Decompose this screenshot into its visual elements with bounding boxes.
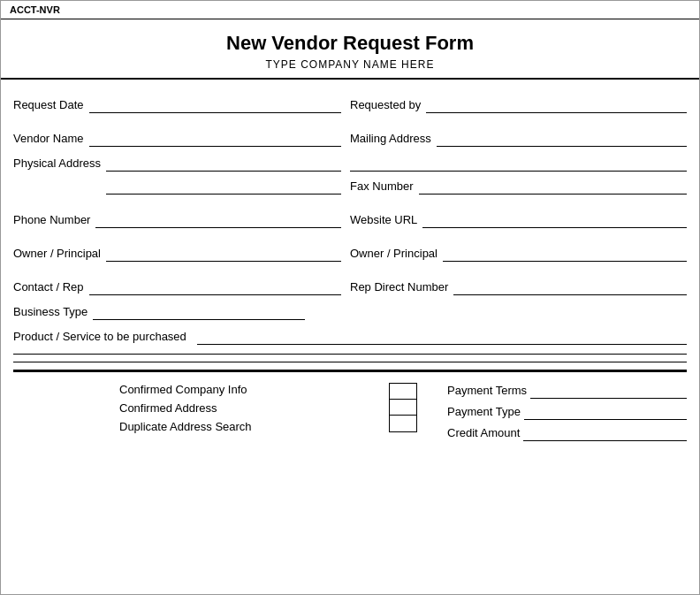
- owner-principal-row: Owner / Principal Owner / Principal: [13, 237, 687, 262]
- physical-address-right: Fax Number: [350, 156, 687, 195]
- checkbox-3[interactable]: [390, 416, 416, 431]
- requested-by-col: Requested by: [350, 97, 687, 113]
- contact-rep-label: Contact / Rep: [13, 280, 84, 295]
- vendor-name-label: Vendor Name: [13, 132, 84, 147]
- credit-amount-row: Credit Amount: [447, 425, 687, 441]
- request-date-col: Request Date: [13, 97, 350, 113]
- top-bar: ACCT-NVR: [1, 1, 699, 19]
- phone-number-col: Phone Number: [13, 212, 350, 228]
- vendor-name-col: Vendor Name: [13, 131, 350, 147]
- rep-direct-number-label: Rep Direct Number: [350, 280, 448, 295]
- mailing-address-col: Mailing Address: [350, 131, 687, 147]
- physical-address-left: Physical Address Physical Address: [13, 156, 350, 195]
- business-type-input[interactable]: [93, 304, 305, 320]
- requested-by-label: Requested by: [350, 98, 421, 113]
- fax-number-label: Fax Number: [350, 179, 414, 195]
- footer-left: Confirmed Company Info Confirmed Address…: [13, 383, 359, 433]
- payment-type-row: Payment Type: [447, 404, 687, 420]
- payment-type-input[interactable]: [524, 404, 687, 420]
- form-header: New Vendor Request Form TYPE COMPANY NAM…: [1, 19, 699, 80]
- duplicate-search-label: Duplicate Address Search: [119, 420, 359, 433]
- phone-number-row: Phone Number Website URL: [13, 203, 687, 228]
- checkbox-2[interactable]: [390, 400, 416, 416]
- form-title: New Vendor Request Form: [1, 32, 699, 55]
- confirmed-address-label: Confirmed Address: [119, 401, 359, 415]
- phone-number-label: Phone Number: [13, 213, 90, 228]
- rep-direct-number-col: Rep Direct Number: [350, 279, 687, 295]
- requested-by-input[interactable]: [426, 97, 687, 113]
- form-body: Request Date Requested by Vendor Name Ma…: [1, 80, 699, 345]
- credit-amount-label: Credit Amount: [447, 426, 520, 441]
- vendor-name-input[interactable]: [89, 131, 342, 147]
- divider-thick: [13, 370, 687, 372]
- request-date-label: Request Date: [13, 98, 84, 113]
- divider-1: [13, 354, 687, 355]
- page: ACCT-NVR New Vendor Request Form TYPE CO…: [0, 0, 700, 595]
- checkbox-1[interactable]: [390, 384, 416, 400]
- acct-label: ACCT-NVR: [10, 4, 60, 15]
- website-url-col: Website URL: [350, 212, 687, 228]
- product-service-label: Product / Service to be purchased: [13, 330, 186, 345]
- physical-address-input-2[interactable]: [106, 179, 341, 195]
- fax-number-input[interactable]: [419, 179, 687, 195]
- business-type-label: Business Type: [13, 305, 88, 320]
- payment-terms-label: Payment Terms: [447, 384, 527, 399]
- footer: Confirmed Company Info Confirmed Address…: [1, 374, 699, 450]
- vendor-name-row: Vendor Name Mailing Address: [13, 122, 687, 147]
- mailing-address-input-2[interactable]: [350, 156, 687, 172]
- footer-checkboxes: [377, 383, 430, 432]
- physical-address-input-1[interactable]: [106, 156, 341, 172]
- footer-right: Payment Terms Payment Type Credit Amount: [447, 383, 687, 441]
- owner-principal-left-col: Owner / Principal: [13, 246, 350, 262]
- physical-address-label: Physical Address: [13, 156, 101, 172]
- product-service-row: Product / Service to be purchased: [13, 329, 687, 345]
- rep-direct-number-input[interactable]: [453, 279, 687, 295]
- business-type-row: Business Type: [13, 304, 687, 320]
- phone-number-input[interactable]: [95, 212, 341, 228]
- contact-rep-row: Contact / Rep Rep Direct Number: [13, 271, 687, 295]
- website-url-label: Website URL: [350, 213, 417, 228]
- credit-amount-input[interactable]: [523, 425, 687, 441]
- divider-2: [13, 362, 687, 362]
- payment-terms-input[interactable]: [530, 383, 687, 399]
- contact-rep-col: Contact / Rep: [13, 279, 350, 295]
- physical-address-row: Physical Address Physical Address Fax Nu…: [13, 156, 687, 195]
- confirmed-company-label: Confirmed Company Info: [119, 383, 359, 396]
- payment-terms-row: Payment Terms: [447, 383, 687, 399]
- website-url-input[interactable]: [422, 212, 687, 228]
- payment-type-label: Payment Type: [447, 405, 521, 420]
- request-date-input[interactable]: [89, 97, 342, 113]
- owner-principal-label-2: Owner / Principal: [350, 247, 438, 262]
- owner-principal-input-2[interactable]: [443, 246, 687, 262]
- checkbox-group: [389, 383, 417, 432]
- physical-label-line: Physical Address: [13, 156, 350, 172]
- request-date-row: Request Date Requested by: [13, 88, 687, 113]
- owner-principal-label-1: Owner / Principal: [13, 247, 101, 262]
- product-service-input[interactable]: [197, 329, 687, 345]
- contact-rep-input[interactable]: [89, 279, 342, 295]
- owner-principal-right-col: Owner / Principal: [350, 246, 687, 262]
- fax-number-row: Fax Number: [350, 179, 687, 195]
- company-name-placeholder: TYPE COMPANY NAME HERE: [1, 58, 699, 71]
- mailing-address-input-1[interactable]: [437, 131, 687, 147]
- owner-principal-input-1[interactable]: [106, 246, 341, 262]
- mailing-address-label: Mailing Address: [350, 132, 431, 147]
